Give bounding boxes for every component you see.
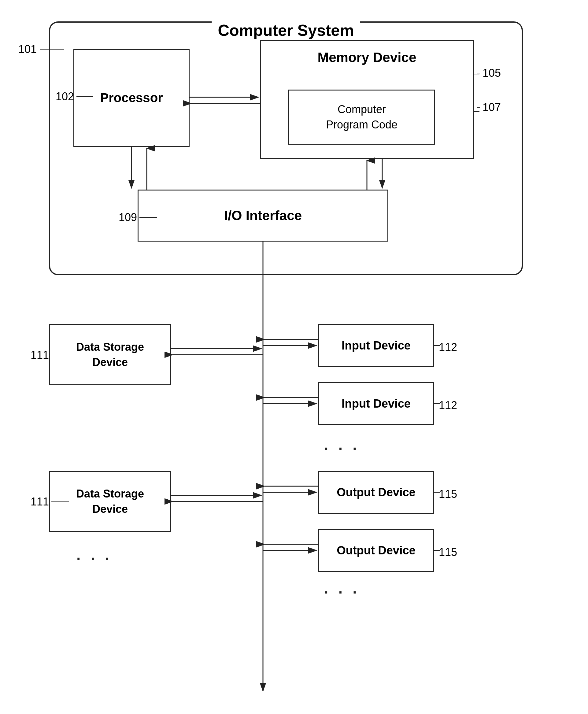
label-111-2: 111 bbox=[30, 496, 69, 508]
dots-storage: · · · bbox=[77, 550, 112, 567]
memory-device-box: Memory Device ComputerProgram Code bbox=[260, 40, 474, 159]
input-device-box-2: Input Device bbox=[318, 382, 434, 425]
dots-input: · · · bbox=[324, 440, 360, 457]
program-code-box: ComputerProgram Code bbox=[288, 90, 435, 145]
data-storage-label-1: Data StorageDevice bbox=[76, 339, 144, 370]
program-code-label: ComputerProgram Code bbox=[326, 102, 398, 133]
memory-device-title: Memory Device bbox=[261, 50, 473, 65]
io-interface-box: I/O Interface bbox=[138, 190, 388, 241]
input-device-box-1: Input Device bbox=[318, 324, 434, 367]
output-device-label-2: Output Device bbox=[337, 544, 416, 557]
dots-output: · · · bbox=[324, 584, 360, 601]
label-105: 105 bbox=[477, 67, 501, 80]
input-device-label-2: Input Device bbox=[341, 397, 411, 411]
computer-system-title: Computer System bbox=[212, 21, 360, 39]
diagram-container: Computer System 101 Processor 102 Memory… bbox=[37, 12, 556, 703]
label-109: 109 bbox=[119, 211, 157, 224]
io-interface-label: I/O Interface bbox=[224, 208, 302, 223]
label-112-1: 112 bbox=[439, 341, 457, 354]
label-112-2: 112 bbox=[439, 399, 457, 412]
output-device-box-1: Output Device bbox=[318, 471, 434, 514]
label-101: 101 bbox=[18, 43, 64, 56]
label-102: 102 bbox=[56, 90, 93, 103]
label-107: 107 bbox=[477, 101, 501, 114]
processor-label: Processor bbox=[100, 90, 163, 105]
label-115-2: 115 bbox=[439, 546, 457, 559]
label-111-1: 111 bbox=[30, 349, 69, 361]
input-device-label-1: Input Device bbox=[341, 339, 411, 352]
data-storage-label-2: Data StorageDevice bbox=[76, 486, 144, 517]
output-device-label-1: Output Device bbox=[337, 486, 416, 499]
label-115-1: 115 bbox=[439, 488, 457, 501]
output-device-box-2: Output Device bbox=[318, 529, 434, 572]
